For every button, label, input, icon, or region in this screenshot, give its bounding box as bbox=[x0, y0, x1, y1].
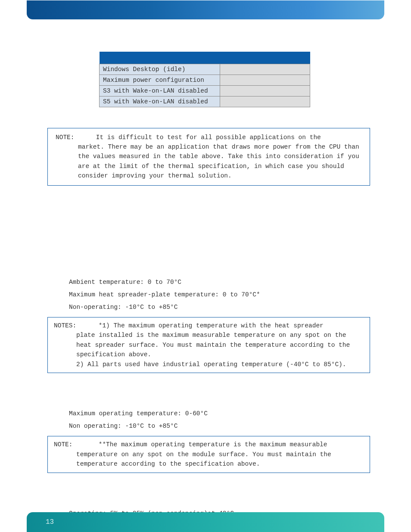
notes-text-body: plate installed is the maximum measurabl… bbox=[76, 330, 364, 369]
cell-value bbox=[220, 64, 310, 75]
temperature-section-1: Ambient temperature: 0 to 70°C Maximum h… bbox=[69, 276, 370, 314]
page-content: Windows Desktop (idle) Maximum power con… bbox=[47, 52, 370, 532]
table-row: Windows Desktop (idle) bbox=[100, 64, 310, 75]
note-text-first: **The maximum operating temperature is t… bbox=[99, 441, 327, 448]
note-box-power: NOTE: It is difficult to test for all po… bbox=[47, 128, 370, 186]
note-text-body: temperature on any spot on the module su… bbox=[76, 450, 364, 469]
notes-box-heatspreader: NOTES: *1) The maximum operating tempera… bbox=[47, 317, 370, 373]
spec-line: Ambient temperature: 0 to 70°C bbox=[69, 276, 370, 289]
note-text-body: market. There may be an application that… bbox=[78, 142, 362, 181]
spec-line: Maximum operating temperature: 0-60°C bbox=[69, 408, 370, 420]
note-text-first: It is difficult to test for all possible… bbox=[96, 134, 321, 141]
temperature-section-2: Maximum operating temperature: 0-60°C No… bbox=[69, 408, 370, 432]
spec-line: Non-operating: -10°C to +85°C bbox=[69, 301, 370, 314]
note-label: NOTE: bbox=[54, 440, 95, 449]
cell-value bbox=[220, 96, 310, 107]
table-row: S3 with Wake-on-LAN disabled bbox=[100, 85, 310, 96]
top-banner bbox=[27, 0, 384, 19]
page-number: 13 bbox=[46, 518, 54, 526]
spec-line: Maximum heat spreader-plate temperature:… bbox=[69, 289, 370, 301]
cell-value bbox=[220, 75, 310, 85]
power-consumption-table: Windows Desktop (idle) Maximum power con… bbox=[99, 52, 310, 107]
cell-label: S3 with Wake-on-LAN disabled bbox=[100, 85, 220, 96]
cell-label: Windows Desktop (idle) bbox=[100, 64, 220, 75]
table-row: S5 with Wake-on-LAN disabled bbox=[100, 96, 310, 107]
notes-text-first: *1) The maximum operating temperature wi… bbox=[99, 322, 324, 329]
cell-value bbox=[220, 85, 310, 96]
cell-label: S5 with Wake-on-LAN disabled bbox=[100, 96, 220, 107]
bottom-banner bbox=[27, 512, 384, 532]
cell-label: Maximum power configuration bbox=[100, 75, 220, 85]
notes-label: NOTES: bbox=[54, 321, 95, 330]
note-label: NOTE: bbox=[56, 133, 92, 142]
table-row: Maximum power configuration bbox=[100, 75, 310, 85]
table-header bbox=[100, 52, 310, 64]
spec-line: Non operating: -10°C to +85°C bbox=[69, 420, 370, 432]
note-box-module: NOTE: **The maximum operating temperatur… bbox=[47, 436, 370, 473]
